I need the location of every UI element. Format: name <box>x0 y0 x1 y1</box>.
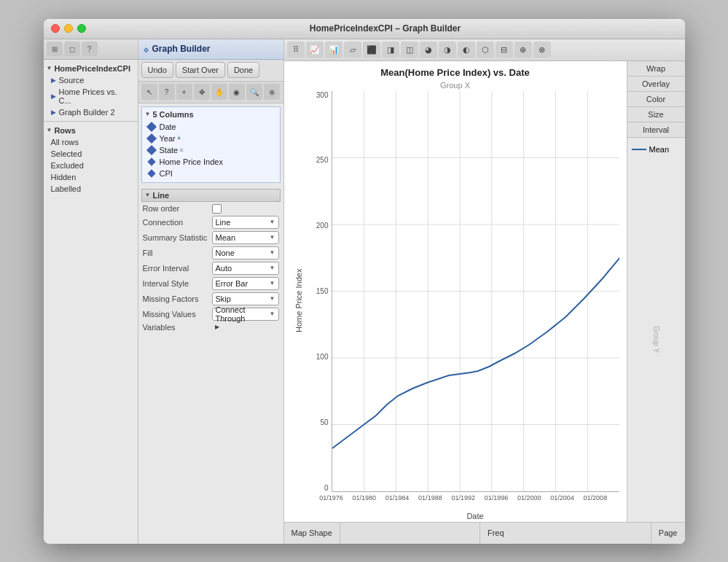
graph-builder-nav-icon: ▶ <box>51 109 56 116</box>
window-tools-icon[interactable]: ◻ <box>64 42 80 56</box>
lasso-tool[interactable]: ◉ <box>229 84 245 100</box>
interval-style-dropdown[interactable]: Error Bar ▼ <box>212 277 279 290</box>
nav-item-graph-builder[interactable]: ▶ Graph Builder 2 <box>44 106 138 118</box>
interval-style-row: Interval Style Error Bar ▼ <box>141 277 281 290</box>
chart-overlay-icon[interactable]: ⬡ <box>477 42 494 58</box>
home-prices-icon: ▶ <box>51 93 56 100</box>
undo-button[interactable]: Undo <box>141 62 173 78</box>
legend-line-mean <box>632 149 646 150</box>
chart-pan-icon[interactable]: ⊗ <box>533 42 551 58</box>
chart-area-icon[interactable]: ▱ <box>344 42 361 58</box>
row-order-checkbox[interactable] <box>212 204 222 214</box>
chart-type10-icon[interactable]: ◐ <box>458 42 475 58</box>
nav-item-home-prices[interactable]: ▶ Home Prices vs. C... <box>44 86 138 106</box>
chart-main: Mean(Home Price Index) vs. Date Group X … <box>284 61 627 522</box>
chart-type9-icon[interactable]: ◑ <box>439 42 456 58</box>
page-button[interactable]: Page <box>651 523 685 544</box>
chart-type6-icon[interactable]: ◨ <box>382 42 399 58</box>
x-tick-2000: 01/2000 <box>517 494 541 501</box>
overlay-button[interactable]: Overlay <box>627 77 685 92</box>
date-icon <box>146 121 156 131</box>
brush-tool[interactable]: ⊕ <box>264 84 280 100</box>
start-over-button[interactable]: Start Over <box>176 62 225 78</box>
columns-header: ▼ 5 Columns <box>145 110 277 119</box>
connection-row: Connection Line ▼ <box>141 216 281 229</box>
zoom-tool[interactable]: 🔍 <box>246 84 262 100</box>
hpi-icon <box>147 157 155 165</box>
fill-dropdown[interactable]: None ▼ <box>212 246 279 259</box>
help-tool[interactable]: ? <box>159 84 175 100</box>
file-nav-header[interactable]: ▼ HomePriceIndexCPI <box>44 63 138 74</box>
chart-scatter-icon[interactable]: ⠿ <box>287 42 305 58</box>
rows-selected[interactable]: Selected <box>44 148 138 160</box>
missing-factors-dropdown[interactable]: Skip ▼ <box>212 292 279 305</box>
color-button[interactable]: Color <box>627 92 685 107</box>
year-plus-icon: + <box>177 134 181 142</box>
missing-values-label: Missing Values <box>143 310 212 319</box>
main-window: HomePriceIndexCPI – Graph Builder ⊞ ◻ ? … <box>44 19 685 544</box>
chart-type7-icon[interactable]: ◫ <box>401 42 418 58</box>
nav-item-source[interactable]: ▶ Source <box>44 74 138 86</box>
wrap-button[interactable]: Wrap <box>627 61 685 77</box>
add-tool[interactable]: + <box>176 84 192 100</box>
hand-tool[interactable]: ✋ <box>211 84 227 100</box>
col-cpi[interactable]: CPI <box>145 168 277 179</box>
move-tool[interactable]: ✥ <box>194 84 210 100</box>
right-panel: ⠿ 📈 📊 ▱ ⬛ ◨ ◫ ◕ ◑ ◐ ⬡ ⊟ ⊕ ⊗ Mean(Home Pr… <box>284 39 685 544</box>
col-state[interactable]: State ≡ <box>145 144 277 156</box>
size-button[interactable]: Size <box>627 107 685 122</box>
gb-title: Graph Builder <box>152 44 211 54</box>
missing-values-dropdown[interactable]: Connect Through ▼ <box>212 308 279 321</box>
group-y-label: Group Y <box>651 323 661 356</box>
y-tick-150: 150 <box>308 287 329 295</box>
col-year[interactable]: Year + <box>145 133 277 144</box>
col-date[interactable]: Date <box>145 121 277 133</box>
summary-statistic-label: Summary Statistic <box>143 233 212 242</box>
summary-statistic-dropdown[interactable]: Mean ▼ <box>212 231 279 244</box>
legend-label-mean: Mean <box>649 145 670 154</box>
chart-line <box>332 141 619 448</box>
missing-factors-row: Missing Factors Skip ▼ <box>141 292 281 305</box>
chart-type5-icon[interactable]: ⬛ <box>363 42 380 58</box>
chart-grid-svg <box>332 91 619 491</box>
map-shape-button[interactable]: Map Shape <box>284 523 340 544</box>
data-filter-icon[interactable]: ⊞ <box>47 42 63 56</box>
help-icon[interactable]: ? <box>82 42 98 56</box>
col-home-price[interactable]: Home Price Index <box>145 156 277 168</box>
connection-dropdown[interactable]: Line ▼ <box>212 216 279 229</box>
rows-excluded[interactable]: Excluded <box>44 160 138 171</box>
x-tick-1996: 01/1996 <box>485 494 509 501</box>
variables-row[interactable]: Variables ▶ <box>141 323 281 332</box>
maximize-button[interactable] <box>77 24 86 33</box>
chart-area: Mean(Home Price Index) vs. Date Group X … <box>284 61 685 522</box>
rows-collapse-icon: ▼ <box>47 127 52 133</box>
window-title: HomePriceIndexCPI – Graph Builder <box>93 23 678 34</box>
summary-statistic-row: Summary Statistic Mean ▼ <box>141 231 281 244</box>
connection-arrow-icon: ▼ <box>270 219 275 225</box>
summary-arrow-icon: ▼ <box>270 234 275 241</box>
chart-line-icon[interactable]: 📈 <box>306 42 324 58</box>
chart-type8-icon[interactable]: ◕ <box>420 42 437 58</box>
missing-factors-label: Missing Factors <box>143 294 212 303</box>
missing-values-row: Missing Values Connect Through ▼ <box>141 308 281 321</box>
error-interval-dropdown[interactable]: Auto ▼ <box>212 262 279 275</box>
interval-button[interactable]: Interval <box>627 122 685 138</box>
gb-icon-bar: ↖ ? + ✥ ✋ ◉ 🔍 ⊕ <box>138 82 283 104</box>
interval-style-label: Interval Style <box>143 279 212 288</box>
rows-labelled[interactable]: Labelled <box>44 183 138 195</box>
rows-all[interactable]: All rows <box>44 136 138 148</box>
state-badge-icon: ≡ <box>179 147 183 154</box>
chart-zoom-icon[interactable]: ⊕ <box>514 42 532 58</box>
variables-label: Variables <box>143 323 212 332</box>
rows-hidden[interactable]: Hidden <box>44 171 138 183</box>
x-tick-2008: 01/2008 <box>584 494 608 501</box>
source-icon: ▶ <box>51 77 56 84</box>
minimize-button[interactable] <box>64 24 73 33</box>
close-button[interactable] <box>51 24 60 33</box>
year-icon <box>146 133 156 143</box>
pointer-tool[interactable]: ↖ <box>141 84 157 100</box>
chart-bar-icon[interactable]: 📊 <box>325 42 343 58</box>
freq-button[interactable]: Freq <box>480 523 512 544</box>
chart-settings-icon[interactable]: ⊟ <box>496 42 513 58</box>
done-button[interactable]: Done <box>227 62 259 78</box>
